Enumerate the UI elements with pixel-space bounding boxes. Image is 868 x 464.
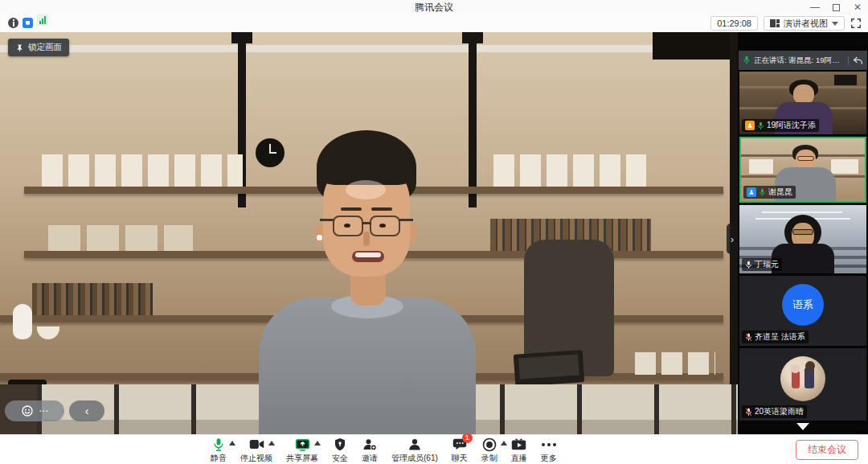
shield-icon[interactable] [23,18,33,28]
members-icon [407,437,422,452]
text-avatar: 语系 [782,284,824,326]
participant-video-2[interactable]: 谢昆昆 [739,137,866,203]
maximize-button[interactable] [833,4,840,11]
manage-members-label: 管理成员(61) [391,453,438,464]
invite-label: 邀请 [362,453,378,464]
record-icon [482,437,497,452]
more-button[interactable]: 更多 [541,437,557,464]
title-bar: 腾讯会议 — ✕ [0,0,868,14]
chat-button[interactable]: 1 聊天 [452,437,468,464]
participant-name: 19阿语沈子添 [767,120,816,131]
network-signal-icon[interactable] [36,14,48,26]
member-badge [747,187,756,197]
fullscreen-icon[interactable] [850,18,862,29]
manage-members-button[interactable]: 管理成员(61) [391,437,438,464]
mic-muted-icon [745,408,752,417]
scroll-down-arrow[interactable] [738,423,868,430]
more-label: 更多 [541,453,557,464]
person-icon [747,122,753,129]
live-label: 直播 [511,453,527,464]
invite-person-icon [362,437,377,452]
mic-on-icon [757,121,764,130]
security-button[interactable]: 安全 [332,437,348,464]
view-mode-button[interactable]: 演讲者视图 [764,16,845,31]
reply-arrow-icon [853,56,863,65]
participant-video-4[interactable]: 语系 齐道呈 法语系 [739,276,866,346]
participant-video-3[interactable]: 丁瑞元 [739,205,866,273]
participants-sidebar: 正在讲话: 谢昆昆: 19阿语… 19阿语沈子添 [738,32,868,434]
chat-label: 聊天 [452,453,468,464]
more-dots-icon [542,443,556,446]
avatar-text: 语系 [792,298,813,312]
meeting-info-icon[interactable] [8,18,18,28]
vase [13,304,32,339]
participant-video-5[interactable]: 20英语梁雨晴 [739,348,866,421]
sidebar-collapse-tab[interactable]: › [727,224,738,254]
security-label: 安全 [332,453,348,464]
record-label: 录制 [481,453,497,464]
speaking-banner: 正在讲话: 谢昆昆: 19阿语… [739,51,867,70]
participant-name: 谢昆昆 [768,187,792,198]
record-button[interactable]: 录制 [481,437,497,464]
participant-name: 20英语梁雨晴 [755,406,804,417]
security-shield-icon [334,437,346,452]
photo-avatar [780,356,825,401]
stop-video-button[interactable]: 停止视频 [240,437,272,464]
meeting-timer: 01:29:08 [710,16,758,31]
minimize-button[interactable]: — [805,0,825,14]
live-icon [511,438,526,451]
mic-options-caret[interactable] [229,441,235,446]
record-options-caret[interactable] [501,441,507,446]
pin-view-tooltip[interactable]: 锁定画面 [8,39,69,56]
mic-muted-icon [745,333,752,342]
reply-arrow-button[interactable] [848,56,863,65]
participant-name: 齐道呈 法语系 [755,331,805,343]
mic-on-icon [743,55,751,65]
window-title: 腾讯会议 [0,0,868,14]
person-icon [748,189,755,195]
close-button[interactable]: ✕ [847,0,868,14]
mic-icon [212,437,225,452]
collapse-emoji-bar[interactable]: ‹ [69,400,104,421]
speaking-banner-text: 正在讲话: 谢昆昆: 19阿语… [754,55,842,66]
view-mode-label: 演讲者视图 [784,18,828,30]
wall-clock [256,138,285,167]
tablet-stand [514,350,585,387]
main-video: 锁定画面 ⋯ ‹ › [0,32,738,434]
pin-icon [15,43,24,52]
triangle-down-icon [796,423,809,430]
end-meeting-button[interactable]: 结束会议 [796,440,858,460]
share-screen-icon [295,438,310,451]
participant-video-1[interactable]: 19阿语沈子添 [739,72,866,134]
bottom-toolbar: 静音 停止视频 共享屏幕 安全 [0,434,868,464]
camera-icon [249,438,264,450]
video-options-caret[interactable] [268,441,275,446]
status-bar: 01:29:08 演讲者视图 [0,14,868,32]
window-controls: — ✕ [805,0,868,14]
chevron-left-icon: ‹ [85,404,89,417]
stop-video-label: 停止视频 [240,453,272,464]
hand-raised-badge [745,121,755,130]
meeting-window: 腾讯会议 — ✕ 01:29:08 演讲者视图 [0,0,868,464]
emoji-reaction-pill[interactable]: ⋯ [5,400,64,421]
earbud [317,235,322,240]
file-boxes [42,154,243,187]
smiley-icon [21,404,34,417]
share-screen-label: 共享屏幕 [286,453,318,464]
more-emoji-dots: ⋯ [39,405,48,417]
mic-idle-icon [745,261,752,269]
chevron-right-icon: › [731,233,734,245]
statusbar-right: 01:29:08 演讲者视图 [710,16,862,31]
mute-button[interactable]: 静音 [211,437,227,464]
pin-view-label: 锁定画面 [28,42,62,53]
mic-on-icon [759,188,766,197]
layout-icon [770,19,780,27]
share-options-caret[interactable] [314,441,321,446]
chevron-down-icon [832,22,838,26]
participant-name: 丁瑞元 [755,259,779,270]
live-stream-button[interactable]: 直播 [511,437,527,464]
invite-button[interactable]: 邀请 [362,437,378,464]
share-screen-button[interactable]: 共享屏幕 [286,437,318,464]
mute-label: 静音 [211,453,227,464]
